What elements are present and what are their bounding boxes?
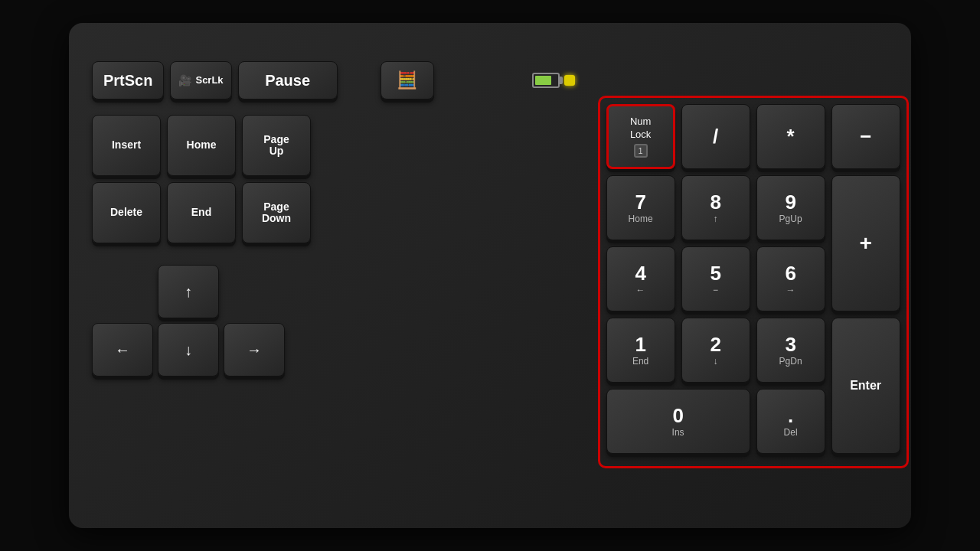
pause-key[interactable]: Pause	[238, 61, 338, 99]
prtscn-key[interactable]: PrtScn	[92, 61, 164, 99]
num-2-key[interactable]: 2 ↓	[681, 318, 750, 383]
num-6-key[interactable]: 6 →	[756, 246, 825, 311]
arrow-right-key[interactable]: →	[224, 323, 285, 377]
num-5-key[interactable]: 5 −	[681, 246, 750, 311]
numpad-highlight: NumLock 1 / * − 7 Home	[598, 96, 909, 468]
num-7-key[interactable]: 7 Home	[606, 175, 675, 240]
num-mul-key[interactable]: *	[756, 104, 825, 169]
num-div-key[interactable]: /	[681, 104, 750, 169]
num-8-key[interactable]: 8 ↑	[681, 175, 750, 240]
battery-fill	[535, 76, 551, 85]
arrow-down-key[interactable]: ↓	[158, 323, 219, 377]
num-dot-key[interactable]: . Del	[756, 389, 825, 454]
num-0-key[interactable]: 0 Ins	[606, 389, 750, 454]
left-section: PrtScn 🎥 ScrLk Pause 🧮	[92, 61, 575, 377]
numpad-row-numlock: NumLock 1 / * −	[606, 104, 900, 169]
num-minus-key[interactable]: −	[831, 104, 900, 169]
arrow-up-key[interactable]: ↑	[158, 265, 219, 318]
delete-key[interactable]: Delete	[92, 182, 161, 243]
numlock-indicator: 1	[634, 144, 648, 158]
keyboard: PrtScn 🎥 ScrLk Pause 🧮	[69, 23, 911, 528]
arrow-left-key[interactable]: ←	[92, 323, 153, 377]
num-plus-key[interactable]: +	[831, 175, 900, 311]
num-1-key[interactable]: 1 End	[606, 318, 675, 383]
num-3-key[interactable]: 3 PgDn	[756, 318, 825, 383]
pagedown-key[interactable]: PageDown	[242, 182, 311, 243]
pageup-key[interactable]: PageUp	[242, 115, 311, 176]
numpad-rows-123: 1 End 2 ↓ 3 PgDn Enter 0 Ins	[606, 318, 900, 454]
arrow-section: ↑ ← ↓ →	[92, 265, 575, 377]
numpad-section: NumLock 1 / * − 7 Home	[598, 96, 909, 468]
utility-row: PrtScn 🎥 ScrLk Pause 🧮	[92, 61, 575, 99]
home-key[interactable]: Home	[167, 115, 236, 176]
battery-indicator	[532, 73, 575, 88]
scrlk-key[interactable]: 🎥 ScrLk	[170, 61, 231, 99]
num-9-key[interactable]: 9 PgUp	[756, 175, 825, 240]
num-enter-key[interactable]: Enter	[831, 318, 900, 454]
battery-icon	[532, 73, 560, 88]
calc-key[interactable]: 🧮	[381, 61, 434, 99]
led-indicator	[564, 75, 575, 86]
numpad-rows-789: 7 Home 8 ↑ 9 PgUp + 4 ←	[606, 175, 900, 311]
num-4-key[interactable]: 4 ←	[606, 246, 675, 311]
nav-grid: Insert Home PageUp Delete End PageDown	[92, 115, 575, 243]
numlock-key[interactable]: NumLock 1	[606, 104, 675, 169]
end-key[interactable]: End	[167, 182, 236, 243]
insert-key[interactable]: Insert	[92, 115, 161, 176]
